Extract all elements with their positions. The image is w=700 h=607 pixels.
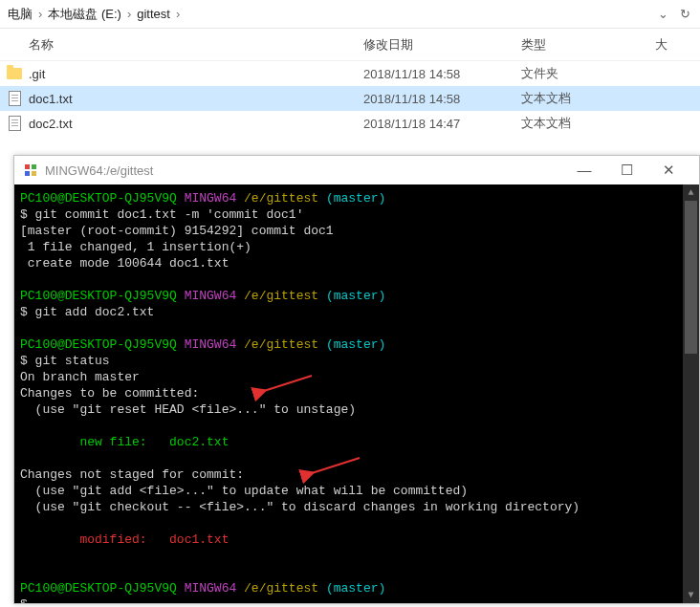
file-date: 2018/11/18 14:58 — [363, 67, 521, 81]
file-type: 文件夹 — [521, 65, 655, 82]
scroll-up-icon[interactable]: ▲ — [683, 184, 699, 201]
col-type[interactable]: 类型 — [521, 36, 655, 54]
scroll-down-icon[interactable]: ▼ — [683, 587, 699, 603]
column-headers: 名称 修改日期 类型 大 — [0, 29, 700, 61]
chevron-right-icon: › — [174, 7, 182, 21]
breadcrumb-segment[interactable]: gittest — [133, 7, 174, 21]
refresh-icon[interactable]: ↻ — [680, 7, 690, 21]
file-row[interactable]: doc1.txt2018/11/18 14:58文本文档 — [0, 86, 700, 111]
scroll-track[interactable] — [683, 201, 699, 587]
document-icon — [9, 91, 21, 106]
scrollbar[interactable]: ▲ ▼ — [683, 184, 699, 603]
mingw-logo-icon — [24, 163, 37, 177]
file-type: 文本文档 — [521, 90, 655, 107]
svg-rect-1 — [32, 164, 36, 169]
col-name[interactable]: 名称 — [0, 36, 363, 54]
breadcrumb[interactable]: 电脑 › 本地磁盘 (E:) › gittest › ⌄ ↻ — [0, 0, 700, 29]
scroll-thumb[interactable] — [685, 201, 697, 354]
col-extra[interactable]: 大 — [655, 36, 667, 54]
minimize-button[interactable]: — — [563, 162, 605, 179]
terminal-body[interactable]: PC100@DESKTOP-QJ95V9Q MINGW64 /e/gittest… — [14, 184, 699, 603]
terminal-window: MINGW64:/e/gittest — ☐ ✕ PC100@DESKTOP-Q… — [13, 155, 700, 604]
svg-rect-3 — [32, 171, 36, 176]
file-name: doc1.txt — [29, 92, 363, 106]
file-name: doc2.txt — [29, 117, 363, 131]
maximize-button[interactable]: ☐ — [605, 162, 647, 179]
col-date[interactable]: 修改日期 — [363, 36, 521, 54]
chevron-right-icon: › — [125, 7, 133, 21]
file-name: .git — [29, 67, 363, 81]
breadcrumb-segment[interactable]: 电脑 — [4, 6, 36, 23]
file-explorer: 电脑 › 本地磁盘 (E:) › gittest › ⌄ ↻ 名称 修改日期 类… — [0, 0, 700, 136]
folder-icon — [7, 68, 22, 79]
file-type: 文本文档 — [521, 115, 655, 132]
file-row[interactable]: .git2018/11/18 14:58文件夹 — [0, 61, 700, 86]
terminal-titlebar[interactable]: MINGW64:/e/gittest — ☐ ✕ — [14, 156, 699, 184]
file-date: 2018/11/18 14:58 — [363, 92, 521, 106]
file-date: 2018/11/18 14:47 — [363, 117, 521, 131]
svg-rect-2 — [25, 171, 30, 176]
svg-rect-0 — [25, 164, 30, 169]
terminal-title-text: MINGW64:/e/gittest — [45, 163, 153, 178]
file-list: .git2018/11/18 14:58文件夹doc1.txt2018/11/1… — [0, 61, 700, 136]
document-icon — [9, 116, 21, 131]
chevron-right-icon: › — [36, 7, 44, 21]
dropdown-icon[interactable]: ⌄ — [658, 7, 668, 21]
file-row[interactable]: doc2.txt2018/11/18 14:47文本文档 — [0, 111, 700, 136]
breadcrumb-segment[interactable]: 本地磁盘 (E:) — [44, 6, 125, 23]
close-button[interactable]: ✕ — [647, 162, 689, 179]
